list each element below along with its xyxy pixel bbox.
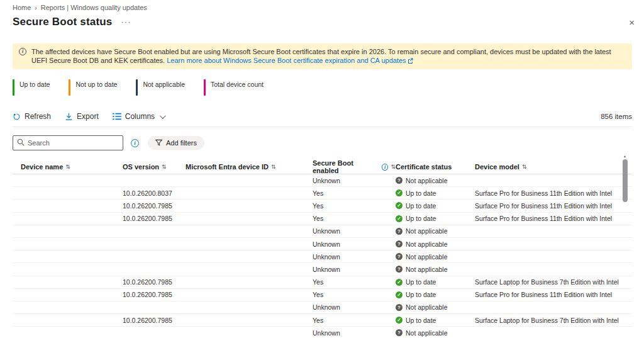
sort-icon: ⇅ — [522, 164, 527, 170]
search-info-icon[interactable]: i — [131, 139, 139, 147]
column-info-icon[interactable]: i — [382, 164, 389, 171]
chevron-down-icon — [160, 113, 166, 119]
column-header-device-name[interactable]: Device name⇅ — [21, 163, 123, 171]
breadcrumb-home-link[interactable]: Home — [13, 4, 31, 11]
table-row[interactable]: Unknown ? Not applicable — [13, 251, 632, 263]
sort-icon: ⇅ — [162, 164, 167, 170]
status-label: Up to date — [406, 215, 436, 222]
table-row[interactable]: Unknown ? Not applicable — [13, 174, 632, 187]
cell-secure-boot-enabled: Unknown — [313, 329, 396, 337]
status-icon: ✓ — [396, 189, 402, 196]
chart-legend: Up to date Not up to date Not applicable… — [13, 79, 632, 96]
cell-certificate-status: ✓ Up to date — [396, 278, 475, 286]
status-label: Up to date — [406, 202, 436, 210]
scrollbar-thumb[interactable] — [623, 159, 628, 202]
cell-secure-boot-enabled: Unknown — [313, 266, 396, 273]
cell-os-version: 10.0.26200.7985 — [123, 215, 186, 222]
table-row[interactable]: 10.0.26200.8037 Yes ✓ Up to date Surface… — [13, 187, 632, 200]
cell-secure-boot-enabled: Unknown — [313, 253, 396, 261]
status-icon: ? — [396, 253, 402, 260]
cell-os-version: 10.0.26200.7985 — [123, 291, 186, 298]
status-icon: ? — [396, 304, 402, 311]
search-input[interactable] — [28, 139, 119, 147]
title-row: Secure Boot status ··· × — [13, 16, 632, 28]
breadcrumb: Home › Reports | Windows quality updates — [13, 0, 632, 11]
cell-certificate-status: ✓ Up to date — [396, 291, 475, 298]
refresh-icon — [13, 113, 21, 121]
cell-secure-boot-enabled: Yes — [313, 317, 396, 324]
cell-secure-boot-enabled: Unknown — [313, 303, 396, 311]
banner-learn-more-link[interactable]: Learn more about Windows Secure Boot cer… — [167, 57, 406, 64]
status-label: Up to date — [406, 317, 436, 324]
breadcrumb-current: Reports | Windows quality updates — [41, 4, 147, 11]
banner-text: The affected devices have Secure Boot en… — [31, 47, 626, 65]
scroll-up-icon[interactable]: ▲ — [623, 154, 626, 158]
column-header-entra-device-id[interactable]: Microsoft Entra device ID⇅ — [186, 163, 313, 171]
cell-certificate-status: ? Not applicable — [396, 303, 475, 311]
vertical-scrollbar[interactable]: ▲ — [623, 154, 628, 338]
info-banner: i The affected devices have Secure Boot … — [13, 43, 632, 69]
cell-secure-boot-enabled: Yes — [313, 291, 396, 298]
columns-icon — [113, 113, 121, 120]
export-label: Export — [77, 112, 99, 121]
refresh-label: Refresh — [25, 112, 51, 121]
cell-secure-boot-enabled: Unknown — [313, 177, 396, 184]
legend-label: Up to date — [19, 79, 50, 88]
refresh-button[interactable]: Refresh — [13, 112, 51, 121]
legend-color-bar — [13, 79, 14, 96]
table-row[interactable]: Unknown ? Not applicable — [13, 238, 632, 251]
table-row[interactable]: 10.0.26200.7985 Yes ✓ Up to date Surface… — [13, 276, 632, 289]
cell-os-version: 10.0.26200.7985 — [123, 202, 186, 210]
more-options-icon[interactable]: ··· — [121, 19, 131, 25]
column-header-device-model[interactable]: Device model⇅ — [475, 163, 619, 171]
close-icon[interactable]: × — [629, 18, 635, 27]
table-row[interactable]: 10.0.26200.7985 Yes ✓ Up to date Surface… — [13, 213, 632, 225]
add-filters-button[interactable]: Add filters — [148, 136, 204, 150]
cell-certificate-status: ? Not applicable — [396, 266, 475, 273]
legend-item-up-to-date: Up to date — [13, 79, 50, 96]
cell-device-model: Surface Pro for Business 11th Edition wi… — [475, 291, 619, 298]
cell-os-version: 10.0.26200.7985 — [123, 278, 186, 286]
cell-secure-boot-enabled: Yes — [313, 278, 396, 286]
cell-certificate-status: ? Not applicable — [396, 227, 475, 235]
cell-device-model: Surface Laptop for Business 7th Edition … — [475, 278, 619, 286]
cell-secure-boot-enabled: Yes — [313, 202, 396, 210]
cell-certificate-status: ? Not applicable — [396, 329, 475, 337]
status-icon: ✓ — [396, 317, 402, 324]
table-row[interactable]: Unknown ? Not applicable — [13, 225, 632, 238]
command-bar: Refresh Export Columns 856 items — [13, 112, 632, 127]
table-row[interactable]: 10.0.26200.7985 Yes ✓ Up to date Surface… — [13, 314, 632, 327]
cell-certificate-status: ? Not applicable — [396, 240, 475, 248]
legend-color-bar — [204, 79, 206, 96]
info-icon: i — [19, 48, 26, 55]
legend-label: Not up to date — [75, 79, 117, 88]
table-body: Unknown ? Not applicable 10.0.26200.8037… — [13, 174, 632, 338]
devices-table: Device name⇅ OS version⇅ Microsoft Entra… — [13, 159, 632, 338]
column-header-secure-boot-enabled[interactable]: Secure Boot enabledi⇅ — [313, 159, 396, 174]
table-row[interactable]: 10.0.26200.7985 Yes ✓ Up to date Surface… — [13, 289, 632, 301]
cell-certificate-status: ? Not applicable — [396, 253, 475, 261]
status-label: Not applicable — [406, 177, 448, 184]
columns-button[interactable]: Columns — [113, 112, 164, 121]
export-button[interactable]: Export — [65, 112, 99, 121]
cell-device-model: Surface Pro for Business 11th Edition wi… — [475, 215, 619, 222]
status-icon: ✓ — [396, 279, 402, 286]
status-label: Not applicable — [406, 227, 448, 235]
sort-icon: ⇅ — [65, 164, 70, 170]
table-row[interactable]: Unknown ? Not applicable — [13, 327, 632, 338]
legend-label: Total device count — [211, 79, 264, 88]
table-row[interactable]: 10.0.26200.7985 Yes ✓ Up to date Surface… — [13, 200, 632, 212]
cell-device-model: Surface Pro for Business 11th Edition wi… — [475, 189, 619, 197]
column-header-os-version[interactable]: OS version⇅ — [123, 163, 186, 171]
status-label: Not applicable — [406, 240, 448, 248]
table-row[interactable]: Unknown ? Not applicable — [13, 263, 632, 276]
cell-secure-boot-enabled: Unknown — [313, 227, 396, 235]
table-row[interactable]: Unknown ? Not applicable — [13, 301, 632, 314]
status-label: Not applicable — [406, 329, 448, 337]
column-header-certificate-status[interactable]: Certificate status — [396, 163, 475, 171]
download-icon — [65, 113, 73, 121]
cell-certificate-status: ✓ Up to date — [396, 317, 475, 324]
columns-label: Columns — [125, 112, 155, 121]
cell-certificate-status: ✓ Up to date — [396, 215, 475, 222]
status-label: Not applicable — [406, 303, 448, 311]
